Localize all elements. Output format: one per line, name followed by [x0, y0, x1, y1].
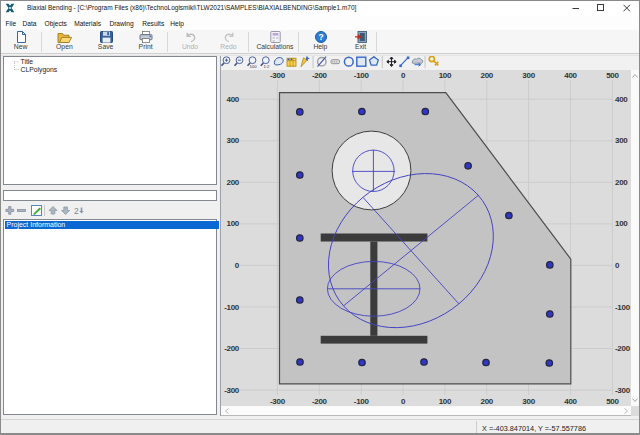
svg-text:1:2: 1:2: [263, 63, 269, 68]
svg-text:-200: -200: [311, 71, 327, 80]
svg-text:-100: -100: [615, 302, 631, 311]
svg-text:100: 100: [438, 397, 451, 406]
svg-text:400: 400: [564, 397, 577, 406]
svg-text:2: 2: [74, 206, 79, 216]
svg-text:-100: -100: [353, 397, 369, 406]
svg-text:100: 100: [438, 71, 451, 80]
svg-text:200: 200: [480, 71, 493, 80]
svg-text:-200: -200: [311, 397, 327, 406]
svg-text:400: 400: [615, 94, 628, 103]
svg-text:100: 100: [249, 63, 257, 68]
svg-text:200: 200: [615, 177, 628, 186]
svg-text:-300: -300: [615, 385, 631, 394]
svg-text:300: 300: [615, 136, 628, 145]
svg-text:-300: -300: [269, 71, 285, 80]
svg-text:200: 200: [480, 397, 493, 406]
svg-text:500: 500: [606, 397, 619, 406]
svg-text:-100: -100: [224, 302, 240, 311]
svg-text:300: 300: [522, 71, 535, 80]
svg-text:500: 500: [606, 71, 619, 80]
svg-text:400: 400: [226, 94, 239, 103]
svg-text:200: 200: [226, 177, 239, 186]
svg-text:?: ?: [318, 32, 323, 42]
svg-text:100: 100: [226, 219, 239, 228]
svg-text:300: 300: [522, 397, 535, 406]
svg-text:400: 400: [564, 71, 577, 80]
svg-text:-300: -300: [269, 397, 285, 406]
svg-text:-100: -100: [353, 71, 369, 80]
svg-text:-300: -300: [224, 385, 240, 394]
svg-text:-200: -200: [615, 344, 631, 353]
svg-text:-200: -200: [224, 344, 240, 353]
svg-text:300: 300: [226, 136, 239, 145]
svg-text:100: 100: [615, 219, 628, 228]
